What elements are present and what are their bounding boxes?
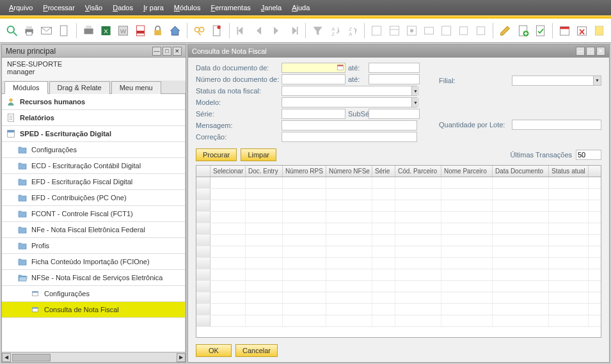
chevron-down-icon[interactable]: ▼	[411, 98, 419, 107]
tree-item[interactable]: NFSe - Nota Fiscal de Serviços Eletrônic…	[2, 270, 185, 286]
tree-item[interactable]: Recursos humanos	[2, 94, 185, 110]
tool3-icon[interactable]	[405, 24, 418, 38]
column-header[interactable]: Cód. Parceiro	[395, 166, 441, 177]
menu-ajuda[interactable]: Ajuda	[287, 4, 315, 12]
tree-item[interactable]: Relatórios	[2, 110, 185, 126]
table-row[interactable]	[196, 281, 601, 292]
excel-icon[interactable]: X	[99, 24, 113, 38]
next-icon[interactable]	[269, 24, 283, 38]
num-doc-ate-input[interactable]	[369, 74, 420, 84]
table-row[interactable]	[196, 292, 601, 304]
tool1-icon[interactable]	[370, 24, 383, 38]
limpar-button[interactable]: Limpar	[241, 148, 276, 161]
menu-processar[interactable]: Processar	[38, 4, 80, 12]
home-icon[interactable]	[168, 24, 182, 38]
column-header[interactable]: Selecionar	[210, 166, 246, 177]
print-icon[interactable]	[22, 24, 36, 38]
menu-dados[interactable]: Dados	[107, 4, 138, 12]
tab-drag-relate[interactable]: Drag & Relate	[49, 81, 110, 94]
correcao-input[interactable]	[282, 132, 417, 142]
first-icon[interactable]	[235, 24, 248, 38]
qtd-lote-input[interactable]	[512, 120, 601, 130]
procurar-button[interactable]: Procurar	[196, 148, 237, 161]
mail-icon[interactable]	[40, 24, 53, 38]
cancelar-button[interactable]: Cancelar	[235, 344, 278, 357]
column-header[interactable]	[196, 166, 210, 177]
check-icon[interactable]	[534, 24, 547, 38]
last-icon[interactable]	[287, 24, 300, 38]
tree-item[interactable]: Ficha Conteúdo Importação (FCIOne)	[2, 254, 185, 270]
chevron-down-icon[interactable]: ▼	[593, 76, 601, 85]
pdf-icon[interactable]	[134, 24, 147, 38]
new-doc-icon[interactable]	[210, 24, 223, 38]
table-row[interactable]	[196, 189, 601, 200]
table-row[interactable]	[196, 246, 601, 258]
sort-za-icon[interactable]: ZA	[345, 24, 359, 38]
column-header[interactable]: Série	[372, 166, 395, 177]
table-row[interactable]	[196, 258, 601, 269]
table-row[interactable]	[196, 212, 601, 223]
results-table[interactable]: SelecionarDoc. EntryNúmero RPSNúmero NFS…	[196, 165, 601, 338]
minimize-icon[interactable]: —	[152, 47, 161, 56]
menu-visao[interactable]: Visão	[80, 4, 107, 12]
note-icon[interactable]	[592, 24, 606, 38]
add-icon[interactable]	[516, 24, 530, 38]
table-row[interactable]	[196, 177, 601, 189]
form-minimize-icon[interactable]: —	[576, 47, 585, 56]
tree-item[interactable]: SPED - Escrituração Digital	[2, 126, 185, 142]
cal-red-icon[interactable]	[558, 24, 571, 38]
tab-modulos[interactable]: Módulos	[4, 81, 48, 94]
status-combo[interactable]	[282, 86, 417, 96]
doc-icon[interactable]	[57, 24, 70, 38]
menu-arquivo[interactable]: Arquivo	[4, 4, 38, 12]
subserie-input[interactable]	[369, 109, 420, 119]
serie-input[interactable]	[282, 109, 345, 119]
maximize-icon[interactable]: □	[163, 47, 171, 56]
menu-ferramentas[interactable]: Ferramentas	[205, 4, 255, 12]
num-doc-de-input[interactable]	[282, 74, 345, 84]
tool7-icon[interactable]	[474, 24, 488, 38]
sort-az-icon[interactable]: AZ	[328, 24, 342, 38]
table-row[interactable]	[196, 200, 601, 212]
mensagem-input[interactable]	[282, 120, 417, 131]
modelo-combo[interactable]	[282, 97, 417, 107]
column-header[interactable]: Doc. Entry	[246, 166, 283, 177]
tree-item[interactable]: ECD - Escrituração Contábil Digital	[2, 158, 185, 174]
tree-item[interactable]: EFD - Contribuições (PC One)	[2, 190, 185, 206]
calendar-icon[interactable]	[337, 63, 344, 71]
column-header[interactable]: Número RPS	[283, 166, 326, 177]
table-row[interactable]	[196, 304, 601, 315]
search-icon[interactable]	[5, 24, 19, 38]
data-doc-de-input[interactable]	[282, 63, 345, 73]
cal-x-icon[interactable]	[575, 24, 589, 38]
prev-icon[interactable]	[252, 24, 266, 38]
column-header[interactable]: Data Documento	[493, 166, 549, 177]
data-doc-ate-input[interactable]	[369, 63, 420, 73]
tree-item[interactable]: Profis	[2, 238, 185, 254]
tree-item[interactable]: Consulta de Nota Fiscal	[2, 302, 185, 318]
horizontal-scrollbar[interactable]: ◀ ▶	[2, 352, 186, 362]
close-icon[interactable]: ✕	[173, 47, 182, 56]
table-row[interactable]	[196, 269, 601, 281]
table-row[interactable]	[196, 235, 601, 246]
ult-trans-input[interactable]	[576, 150, 601, 160]
tool5-icon[interactable]	[440, 24, 453, 38]
fax-icon[interactable]	[82, 24, 95, 38]
ok-button[interactable]: OK	[196, 344, 232, 357]
menu-janela[interactable]: Janela	[256, 4, 287, 12]
column-header[interactable]: Status atual	[549, 166, 589, 177]
lock-icon[interactable]	[151, 24, 164, 38]
tree-item[interactable]: FCONT - Controle Fiscal (FCT1)	[2, 206, 185, 222]
edit-icon[interactable]	[498, 24, 512, 38]
tree-item[interactable]: EFD - Escrituração Fiscal Digital	[2, 174, 185, 190]
menu-irpara[interactable]: Ir para	[138, 4, 169, 12]
table-row[interactable]	[196, 223, 601, 235]
tree-item[interactable]: Configurações	[2, 142, 185, 158]
tool6-icon[interactable]	[457, 24, 470, 38]
filter-icon[interactable]	[311, 24, 324, 38]
find-icon[interactable]	[193, 24, 206, 38]
form-maximize-icon[interactable]: □	[586, 47, 595, 56]
form-close-icon[interactable]: ✕	[596, 47, 605, 56]
word-icon[interactable]: W	[116, 24, 130, 38]
menu-modulos[interactable]: Módulos	[169, 4, 206, 12]
